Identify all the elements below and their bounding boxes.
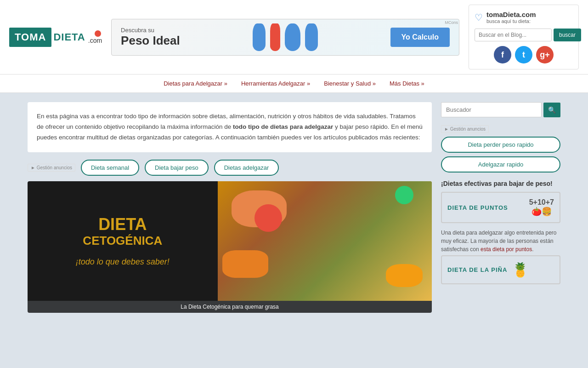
brand-text: tomaDieta.com busca aquí tu dieta: xyxy=(486,11,536,24)
main-nav: Dietas para Adelgazar » Herramientas Ade… xyxy=(0,75,588,93)
nav-item-dietas-adelgazar[interactable]: Dietas para Adelgazar » xyxy=(164,80,227,87)
food-visual xyxy=(218,181,432,301)
content-ad-strip: ► Gestión anuncios Dieta semanal Dieta b… xyxy=(28,160,432,176)
logo-com-text: .com xyxy=(88,37,102,44)
sidebar-search-row: 🔍 xyxy=(441,102,560,117)
googleplus-icon[interactable]: g+ xyxy=(536,46,554,63)
intro-bold: todo tipo de dietas para adelgazar xyxy=(233,123,333,130)
tomadieta-brand: ♡ tomaDieta.com busca aquí tu dieta: xyxy=(475,11,573,24)
logo-dieta: DIETA xyxy=(51,28,87,47)
sidebar: 🔍 ► Gestión anuncios Dieta perder peso r… xyxy=(441,102,560,313)
dieta-puntos-desc: Una dieta para adelgazar algo entretenid… xyxy=(441,229,560,253)
intro-paragraph: En esta página vas a encontrar todo tipo… xyxy=(37,111,423,143)
ad-title-text: Peso Ideal xyxy=(121,34,180,48)
content-ad-label: ► Gestión anuncios xyxy=(28,164,75,172)
article-title-panel: DIETA CETOGÉNICA ¡todo lo que debes sabe… xyxy=(28,181,218,301)
ad-left-text: Descubra su Peso Ideal xyxy=(121,27,180,48)
sidebar-search-input[interactable] xyxy=(441,102,542,117)
dietas-adelgazar-button[interactable]: Dietas adelgazar xyxy=(214,160,279,176)
food-element-2 xyxy=(254,204,282,232)
sidebar-diet-btn-2[interactable]: Adelgazar rapido xyxy=(441,156,560,172)
intro-text-block: En esta página vas a encontrar todo tipo… xyxy=(28,102,432,152)
figure-slim3-icon xyxy=(305,23,318,51)
right-brand-panel: ♡ tomaDieta.com busca aquí tu dieta: bus… xyxy=(469,5,579,69)
site-logo[interactable]: TOMA DIETA .com xyxy=(9,28,102,47)
dieta-pina-label: DIETA DE LA PIÑA xyxy=(447,266,507,273)
ad-descubra-text: Descubra su xyxy=(121,27,180,34)
header-search-row: buscar xyxy=(475,29,573,41)
header-search-button[interactable]: buscar xyxy=(554,29,581,41)
article-food-image xyxy=(218,181,432,301)
nav-item-bienestar[interactable]: Bienestar y Salud » xyxy=(324,80,376,87)
figure-slim2-icon xyxy=(270,23,280,51)
food-element-5 xyxy=(222,250,268,278)
ad-corner-label: MCons xyxy=(445,20,458,25)
figure-heavy-icon xyxy=(285,23,300,51)
dieta-semanal-button[interactable]: Dieta semanal xyxy=(81,160,139,176)
ad-calculo-button[interactable]: Yo Calculo xyxy=(390,28,450,47)
article-dieta-title: DIETA xyxy=(98,215,147,234)
article-caption: La Dieta Cetogénica para quemar grasa xyxy=(28,301,432,313)
dieta-bajar-peso-button[interactable]: Dieta bajar peso xyxy=(145,160,209,176)
twitter-icon[interactable]: t xyxy=(515,46,532,63)
sidebar-diet-btn-1[interactable]: Dieta perder peso rapido xyxy=(441,137,560,153)
main-content: En esta página vas a encontrar todo tipo… xyxy=(28,102,432,313)
nav-item-herramientas[interactable]: Herramientas Adelgazar » xyxy=(241,80,310,87)
dieta-puntos-nums: 5+10+7 xyxy=(529,198,554,207)
header-ad-banner: Descubra su Peso Ideal Yo Calculo MCons xyxy=(111,19,459,56)
header-search-input[interactable] xyxy=(475,29,552,41)
main-wrapper: En esta página vas a encontrar todo tipo… xyxy=(18,93,570,322)
sidebar-effective-title: ¡Dietas efectivas para bajar de peso! xyxy=(441,180,560,187)
heart-icon: ♡ xyxy=(475,12,483,23)
dieta-puntos-right: 5+10+7 🍅🍔 xyxy=(529,198,554,217)
sidebar-search-button[interactable]: 🔍 xyxy=(543,103,560,117)
sidebar-ad-label: ► Gestión anuncios xyxy=(441,125,489,133)
site-header: TOMA DIETA .com Descubra su Peso Ideal Y… xyxy=(0,0,588,75)
article-dieta-tagline: ¡todo lo que debes saber! xyxy=(76,257,170,267)
ad-figures xyxy=(253,23,318,51)
dieta-puntos-box[interactable]: DIETA DE PUNTOS 5+10+7 🍅🍔 xyxy=(441,192,560,223)
food-element-3 xyxy=(386,264,423,287)
article-image-inner: DIETA CETOGÉNICA ¡todo lo que debes sabe… xyxy=(28,181,432,301)
dieta-puntos-emojis: 🍅🍔 xyxy=(531,207,552,217)
logo-dot-icon xyxy=(95,30,101,37)
dieta-puntos-link[interactable]: esta dieta por puntos xyxy=(481,246,532,253)
dieta-pina-box[interactable]: DIETA DE LA PIÑA 🍍 xyxy=(441,255,560,284)
logo-toma: TOMA xyxy=(9,28,51,47)
pina-emoji-icon: 🍍 xyxy=(512,262,529,278)
logo-com-area: .com xyxy=(87,30,102,44)
article-image-block[interactable]: DIETA CETOGÉNICA ¡todo lo que debes sabe… xyxy=(28,181,432,313)
social-icons-row: f t g+ xyxy=(475,46,573,63)
brand-sub: busca aquí tu dieta: xyxy=(486,18,536,24)
figure-slim1-icon xyxy=(253,23,266,51)
facebook-icon[interactable]: f xyxy=(494,46,511,63)
dieta-puntos-label: DIETA DE PUNTOS xyxy=(447,204,508,211)
nav-item-mas-dietas[interactable]: Más Dietas » xyxy=(390,80,424,87)
food-element-4 xyxy=(395,186,413,204)
article-dieta-sub: CETOGÉNICA xyxy=(83,234,162,248)
brand-name: tomaDieta.com xyxy=(486,11,536,18)
